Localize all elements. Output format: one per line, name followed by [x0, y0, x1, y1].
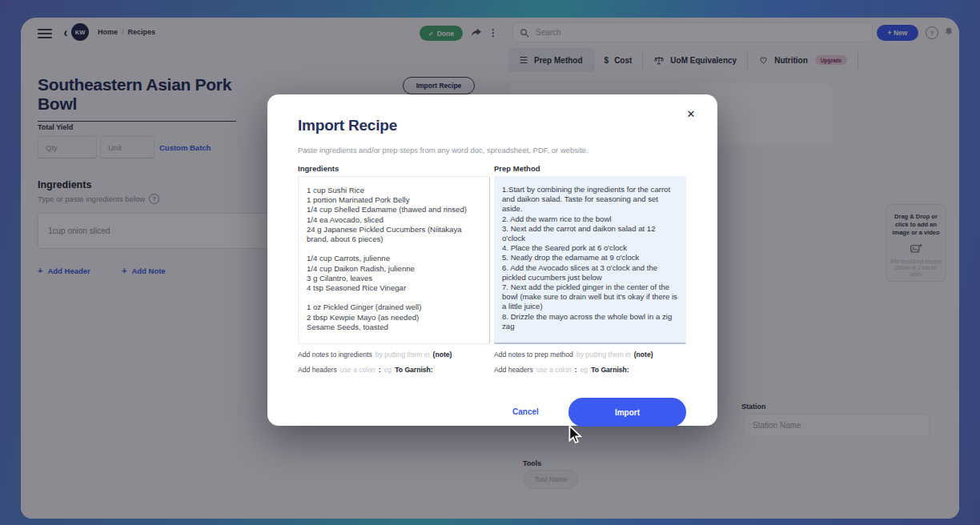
ingredients-note-hint: Add notes to ingredients by putting them…	[298, 351, 452, 359]
mouse-cursor	[565, 424, 586, 445]
hint-text: Add notes to prep method	[494, 351, 573, 359]
hint-text: by putting them in	[576, 351, 631, 359]
hint-text: eg	[580, 366, 588, 374]
hint-text: (note)	[634, 351, 653, 359]
ingredients-paste-area[interactable]: 1 cup Sushi Rice 1 portion Marinated Por…	[298, 176, 490, 344]
desktop-background: KW Home / Recipes Done + New	[0, 0, 980, 525]
import-button[interactable]: Import	[568, 398, 686, 427]
close-icon[interactable]	[684, 106, 698, 121]
hint-text: Add notes to ingredients	[298, 351, 372, 359]
hint-text: use a colon	[536, 366, 572, 374]
modal-prep-label: Prep Method	[494, 164, 540, 173]
hint-text: Add headers	[298, 366, 337, 374]
hint-text: eg	[384, 366, 392, 374]
hint-text: :	[379, 366, 381, 374]
hint-text: To Garnish:	[591, 366, 629, 374]
prep-method-paste-area[interactable]: 1.Start by combining the ingredients for…	[494, 176, 686, 344]
hint-text: :	[575, 366, 577, 374]
hint-text: (note)	[433, 351, 452, 359]
hint-text: use a colon	[340, 366, 376, 374]
hint-text: by putting them in	[376, 351, 430, 359]
hint-text: Add headers	[494, 366, 533, 374]
ingredients-header-hint: Add headers use a colon : eg To Garnish:	[298, 366, 433, 374]
import-recipe-modal: Import Recipe Paste ingredients and/or p…	[267, 94, 717, 426]
modal-subtitle: Paste ingredients and/or prep steps from…	[298, 146, 588, 154]
modal-title: Import Recipe	[298, 117, 397, 134]
hint-text: To Garnish:	[395, 366, 433, 374]
cancel-button[interactable]: Cancel	[508, 407, 544, 417]
prep-header-hint: Add headers use a colon : eg To Garnish:	[494, 366, 629, 374]
modal-ingredients-label: Ingredients	[298, 164, 339, 173]
prep-note-hint: Add notes to prep method by putting them…	[494, 351, 653, 359]
